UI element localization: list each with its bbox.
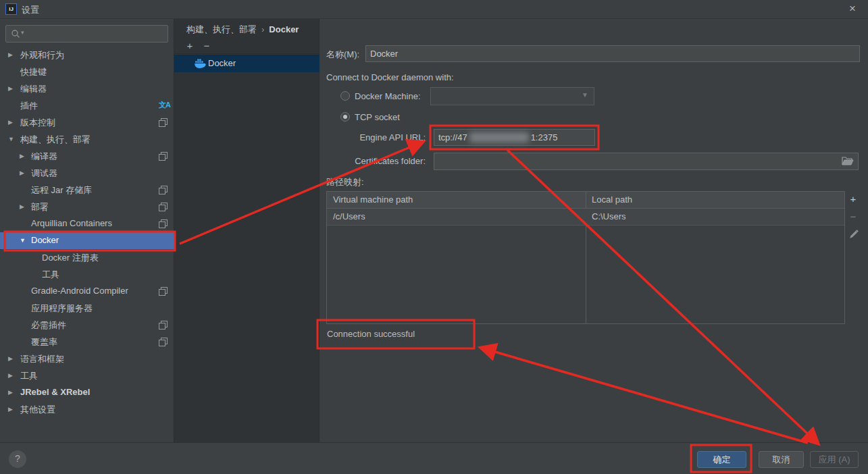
tree-item-label: 构建、执行、部署 xyxy=(20,134,91,146)
settings-sidebar: ▾ ▶外观和行为快捷键▶编辑器插件文A▶版本控制▼构建、执行、部署▶编译器▶调试… xyxy=(0,19,174,442)
table-row[interactable]: /c/UsersC:\Users xyxy=(327,209,844,226)
docker-list-panel: 构建、执行、部署›Docker + − Docker xyxy=(174,19,320,442)
certificates-folder-field[interactable] xyxy=(434,153,859,170)
tree-item-build-execution-deployment[interactable]: ▼构建、执行、部署 xyxy=(0,131,174,148)
docker-machine-select[interactable]: ▼ xyxy=(430,87,594,105)
engine-api-url-suffix: 1:2375 xyxy=(531,132,558,142)
dialog-titlebar: IJ 设置 × xyxy=(0,0,868,19)
tree-item-other-settings[interactable]: ▶其他设置 xyxy=(0,401,174,418)
settings-tree: ▶外观和行为快捷键▶编辑器插件文A▶版本控制▼构建、执行、部署▶编译器▶调试器远… xyxy=(0,19,174,442)
tree-item-label: 调试器 xyxy=(31,167,57,180)
list-toolbar: + − xyxy=(174,39,320,54)
tree-item-label: 覆盖率 xyxy=(31,336,57,348)
chevron-right-icon[interactable]: ▶ xyxy=(8,372,13,379)
breadcrumb: 构建、执行、部署›Docker xyxy=(186,24,299,36)
tree-item-label: 外观和行为 xyxy=(20,49,64,61)
chevron-right-icon[interactable]: ▶ xyxy=(8,406,13,413)
tree-item-editor[interactable]: ▶编辑器 xyxy=(0,80,174,97)
docker-machine-radio[interactable] xyxy=(340,91,350,101)
annotation-arrow-to-status xyxy=(481,348,808,443)
name-label: 名称(M): xyxy=(326,49,359,61)
close-icon[interactable]: × xyxy=(845,1,860,16)
share-settings-icon xyxy=(159,321,168,330)
certificates-folder-label: Certificates folder: xyxy=(326,156,426,166)
chevron-down-icon[interactable]: ▼ xyxy=(20,237,26,244)
docker-config-list-item[interactable]: Docker xyxy=(174,55,320,72)
tree-item-label: 远程 Jar 存储库 xyxy=(31,184,92,196)
dialog-footer: ? 确定 取消 应用 (A) xyxy=(0,442,868,474)
tree-item-jrebel-xrebel[interactable]: ▶JRebel & XRebel xyxy=(0,384,174,401)
share-settings-icon xyxy=(159,219,168,228)
table-header-local-path: Local path xyxy=(592,194,632,205)
connection-status-message: Connection successful xyxy=(327,329,415,339)
tree-item-required-plugins[interactable]: 必需插件 xyxy=(0,317,174,334)
chevron-right-icon[interactable]: ▶ xyxy=(8,355,13,362)
share-settings-icon xyxy=(159,287,168,296)
tree-item-languages-frameworks[interactable]: ▶语言和框架 xyxy=(0,350,174,367)
redacted-host-blur xyxy=(469,132,529,142)
engine-api-url-label: Engine API URL: xyxy=(326,132,426,142)
docker-config-label: Docker xyxy=(208,58,236,68)
tree-item-label: Gradle-Android Compiler xyxy=(31,286,128,296)
tree-item-tools[interactable]: ▶工具 xyxy=(0,367,174,384)
tree-item-plugins[interactable]: 插件文A xyxy=(0,97,174,114)
browse-folder-icon[interactable] xyxy=(842,156,854,166)
path-mappings-table: Virtual machine path Local path /c/Users… xyxy=(326,191,845,324)
tree-item-deployment[interactable]: ▶部署 xyxy=(0,199,174,215)
tree-item-label: 编译器 xyxy=(31,151,57,163)
chevron-right-icon[interactable]: ▶ xyxy=(20,203,24,210)
remove-mapping-button[interactable]: − xyxy=(848,211,859,222)
tree-item-arquillian-containers[interactable]: Arquillian Containers xyxy=(0,215,174,232)
dialog-title: 设置 xyxy=(22,4,39,16)
engine-api-url-field[interactable]: tcp://471:2375 xyxy=(434,129,595,146)
help-button[interactable]: ? xyxy=(9,450,26,468)
tree-item-label: 快捷键 xyxy=(20,66,47,78)
chevron-right-icon[interactable]: ▶ xyxy=(8,119,13,126)
chevron-right-icon[interactable]: ▶ xyxy=(8,85,13,92)
tree-item-debugger[interactable]: ▶调试器 xyxy=(0,165,174,182)
tree-item-docker-registry[interactable]: Docker 注册表 xyxy=(0,249,174,266)
tree-item-docker-tools[interactable]: 工具 xyxy=(0,266,174,283)
docker-machine-radio-label: Docker Machine: xyxy=(355,91,421,101)
tree-item-appearance[interactable]: ▶外观和行为 xyxy=(0,47,174,63)
tcp-socket-radio[interactable] xyxy=(340,112,350,122)
docker-whale-icon xyxy=(195,59,206,69)
tree-item-label: 版本控制 xyxy=(20,117,55,129)
chevron-right-icon[interactable]: ▶ xyxy=(20,169,24,176)
tree-item-application-servers[interactable]: 应用程序服务器 xyxy=(0,300,174,317)
edit-mapping-icon[interactable] xyxy=(848,229,859,240)
add-mapping-button[interactable]: + xyxy=(848,194,859,205)
breadcrumb-parent[interactable]: 构建、执行、部署 xyxy=(186,24,257,34)
tree-item-remote-jar-repositories[interactable]: 远程 Jar 存储库 xyxy=(0,182,174,199)
chevron-right-icon[interactable]: ▶ xyxy=(8,51,13,58)
apply-button[interactable]: 应用 (A) xyxy=(810,451,859,468)
table-header-vm-path: Virtual machine path xyxy=(333,194,413,205)
tree-item-compiler[interactable]: ▶编译器 xyxy=(0,148,174,165)
tree-item-gradle-android-compiler[interactable]: Gradle-Android Compiler xyxy=(0,283,174,300)
tree-item-label: 编辑器 xyxy=(20,83,47,95)
path-mappings-label: 路径映射: xyxy=(326,176,364,188)
tree-item-label: Docker xyxy=(31,235,59,245)
chevron-right-icon[interactable]: ▶ xyxy=(20,153,24,159)
tree-item-label: 应用程序服务器 xyxy=(31,302,93,315)
tree-item-keymap[interactable]: 快捷键 xyxy=(0,63,174,80)
share-settings-icon xyxy=(159,152,168,161)
ok-button[interactable]: 确定 xyxy=(697,451,746,468)
engine-api-url-prefix: tcp://47 xyxy=(438,132,467,142)
cell-local-path: C:\Users xyxy=(592,211,626,221)
chevron-right-icon[interactable]: ▶ xyxy=(8,389,13,396)
name-field[interactable]: Docker xyxy=(365,45,860,62)
share-settings-icon xyxy=(159,118,168,127)
tree-item-coverage[interactable]: 覆盖率 xyxy=(0,334,174,350)
add-docker-config-button[interactable]: + xyxy=(184,39,196,53)
cell-vm-path: /c/Users xyxy=(333,211,365,221)
cancel-button[interactable]: 取消 xyxy=(759,451,804,468)
tree-item-label: 部署 xyxy=(31,201,49,213)
tree-item-label: 工具 xyxy=(42,269,59,281)
chevron-down-icon[interactable]: ▼ xyxy=(8,136,14,142)
tree-item-label: Arquillian Containers xyxy=(31,218,112,228)
tree-item-version-control[interactable]: ▶版本控制 xyxy=(0,114,174,131)
tree-item-label: 其他设置 xyxy=(20,404,55,416)
remove-docker-config-button[interactable]: − xyxy=(201,39,213,53)
tree-item-docker[interactable]: ▼Docker xyxy=(0,232,174,249)
